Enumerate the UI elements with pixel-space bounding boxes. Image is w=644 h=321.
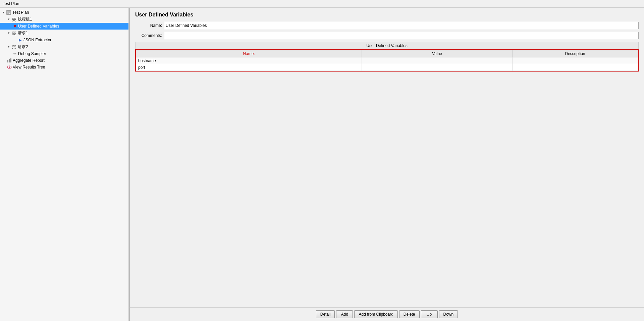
- svg-rect-12: [10, 58, 11, 62]
- user-defined-vars-label: User Defined Variables: [18, 24, 59, 29]
- delete-button[interactable]: Delete: [399, 310, 420, 318]
- tree-item-thread-group-1[interactable]: 线程组1: [0, 16, 128, 23]
- col-header-desc: Description: [512, 50, 638, 57]
- debug-sampler-label: Debug Sampler: [18, 51, 46, 56]
- json-extractor-label: JSON Extractor: [23, 38, 51, 42]
- main-area: Test Plan 线程组1 ✕ User Defined Variables: [0, 8, 644, 321]
- tree-item-json-extractor[interactable]: ▶ JSON Extractor: [0, 37, 128, 43]
- title-bar: Test Plan: [0, 0, 644, 8]
- comments-row: Comments:: [135, 32, 639, 39]
- row1-value: [362, 57, 513, 64]
- testplan-icon: [6, 10, 11, 15]
- tree-item-view-results-tree[interactable]: View Results Tree: [0, 64, 128, 71]
- svg-point-6: [12, 32, 14, 33]
- expand-icon-request-2: [7, 45, 11, 49]
- content-inner: User Defined Variables Name: Comments: U…: [130, 8, 644, 307]
- tree-panel: Test Plan 线程组1 ✕ User Defined Variables: [0, 8, 129, 321]
- tree-item-aggregate-report[interactable]: Aggregate Report: [0, 57, 128, 64]
- table-row: port: [136, 64, 638, 71]
- aggregate-icon: [7, 58, 12, 63]
- expand-icon-test-plan: [1, 10, 5, 14]
- section-title-bar: User Defined Variables: [135, 42, 639, 49]
- row1-desc: [512, 57, 638, 64]
- threadgroup-icon: [11, 17, 17, 22]
- app-container: Test Plan Test Plan: [0, 0, 644, 321]
- svg-rect-10: [7, 60, 8, 62]
- app-title: Test Plan: [3, 1, 19, 6]
- variables-table: Name: Value Description hostname: [136, 50, 638, 71]
- request-2-label: 请求2: [18, 44, 28, 50]
- expand-icon-thread-group-1: [7, 17, 11, 21]
- svg-rect-11: [9, 59, 10, 62]
- tree-item-request-1[interactable]: 请求1: [0, 30, 128, 37]
- thread-group-1-label: 线程组1: [18, 16, 32, 22]
- svg-point-5: [14, 18, 16, 19]
- json-icon: ▶: [17, 37, 23, 43]
- row2-desc: [512, 64, 638, 71]
- svg-point-9: [14, 45, 16, 47]
- svg-point-4: [12, 18, 14, 19]
- name-input[interactable]: [164, 22, 639, 29]
- tree-item-test-plan[interactable]: Test Plan: [0, 9, 128, 16]
- comments-label: Comments:: [135, 33, 162, 38]
- svg-point-8: [12, 45, 14, 47]
- request-1-label: 请求1: [18, 30, 28, 36]
- tree-item-request-2[interactable]: 请求2: [0, 43, 128, 50]
- request2-icon: [11, 44, 17, 50]
- name-row: Name:: [135, 22, 639, 29]
- request1-icon: [11, 31, 17, 36]
- variables-table-wrapper: Name: Value Description hostname: [135, 49, 639, 72]
- debug-icon: ✏: [12, 51, 17, 56]
- row2-value: [362, 64, 513, 71]
- col-header-value: Value: [362, 50, 513, 57]
- aggregate-report-label: Aggregate Report: [13, 58, 45, 63]
- tree-item-debug-sampler[interactable]: ✏ Debug Sampler: [0, 50, 128, 57]
- name-label: Name:: [135, 23, 162, 28]
- expand-icon-request-1: [7, 31, 11, 35]
- comments-input[interactable]: [164, 32, 639, 39]
- tree-item-user-defined-vars[interactable]: ✕ User Defined Variables: [0, 23, 128, 30]
- userdefined-icon: ✕: [12, 24, 17, 29]
- add-button[interactable]: Add: [336, 310, 353, 318]
- svg-point-14: [9, 66, 10, 68]
- panel-title: User Defined Variables: [135, 12, 639, 18]
- content-panel: User Defined Variables Name: Comments: U…: [130, 8, 644, 321]
- row2-name: port: [136, 64, 362, 71]
- viewresults-icon: [7, 64, 12, 70]
- col-header-name: Name:: [136, 50, 362, 57]
- svg-point-7: [14, 32, 16, 33]
- table-row: hostname: [136, 57, 638, 64]
- bottom-bar: Detail Add Add from Clipboard Delete Up …: [130, 307, 644, 321]
- test-plan-label: Test Plan: [12, 10, 29, 15]
- add-from-clipboard-button[interactable]: Add from Clipboard: [354, 310, 397, 318]
- view-results-tree-label: View Results Tree: [13, 65, 45, 70]
- detail-button[interactable]: Detail: [316, 310, 335, 318]
- down-button[interactable]: Down: [439, 310, 458, 318]
- up-button[interactable]: Up: [421, 310, 438, 318]
- row1-name: hostname: [136, 57, 362, 64]
